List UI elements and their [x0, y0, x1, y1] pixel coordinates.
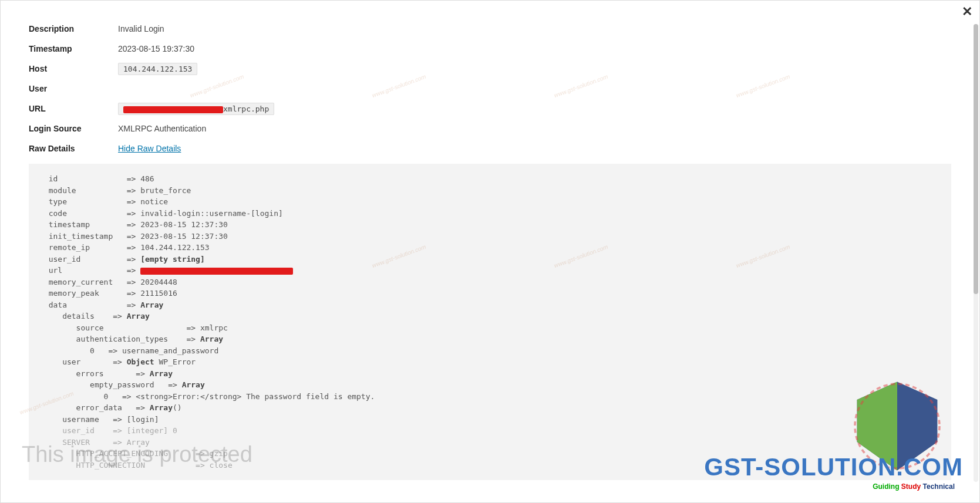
- raw-line: remote_ip => 104.244.122.153: [39, 243, 210, 252]
- row-user: User: [29, 84, 951, 93]
- row-url: URL xmlrpc.php: [29, 104, 951, 113]
- row-host: Host 104.244.122.153: [29, 64, 951, 73]
- raw-line: url =>: [39, 266, 140, 275]
- raw-line: memory_peak => 21115016: [39, 289, 177, 298]
- row-raw-details: Raw Details Hide Raw Details: [29, 144, 951, 153]
- raw-line: details =>: [39, 312, 127, 320]
- value-timestamp: 2023-08-15 19:37:30: [118, 44, 194, 53]
- redaction-bar: [140, 268, 293, 275]
- raw-kw: Array: [182, 380, 205, 389]
- raw-line: memory_current => 20204448: [39, 278, 177, 286]
- raw-kw: Object: [127, 357, 154, 366]
- raw-line: timestamp => 2023-08-15 12:37:30: [39, 220, 228, 229]
- raw-line: empty_password =>: [39, 380, 182, 389]
- raw-line: authentication_types =>: [39, 335, 200, 343]
- raw-line: errors =>: [39, 369, 150, 378]
- raw-line: WP_Error: [154, 357, 196, 366]
- label-timestamp: Timestamp: [29, 44, 118, 53]
- row-description: Description Invalid Login: [29, 24, 951, 33]
- raw-details-block: id => 486 module => brute_force type => …: [29, 164, 951, 480]
- label-user: User: [29, 84, 118, 93]
- hide-raw-details-link[interactable]: Hide Raw Details: [118, 144, 181, 153]
- raw-line: username => [login]: [39, 415, 159, 424]
- raw-line: source => xmlrpc: [39, 323, 228, 332]
- raw-line: SERVER => Array: [39, 438, 150, 447]
- close-icon[interactable]: ✕: [962, 4, 972, 19]
- raw-line: module => brute_force: [39, 186, 191, 195]
- scrollbar-track[interactable]: [974, 24, 978, 482]
- label-host: Host: [29, 64, 118, 73]
- url-suffix: xmlrpc.php: [223, 104, 269, 113]
- raw-line: user =>: [39, 357, 127, 366]
- value-description: Invalid Login: [118, 24, 164, 33]
- raw-line: user_id =>: [39, 255, 140, 264]
- raw-line: HTTP_ACCEPT_ENCODING => gzip: [39, 449, 228, 458]
- value-url: xmlrpc.php: [118, 104, 274, 113]
- raw-line: init_timestamp => 2023-08-15 12:37:30: [39, 232, 228, 241]
- raw-line: user_id => [integer] 0: [39, 426, 177, 435]
- raw-kw: Array: [140, 301, 163, 309]
- scrollbar-thumb[interactable]: [974, 24, 978, 294]
- value-login-source: XMLRPC Authentication: [118, 124, 206, 133]
- raw-empty-string: [empty string]: [140, 255, 205, 264]
- raw-line: 0 => username_and_password: [39, 346, 218, 355]
- raw-line: HTTP_CONNECTION => close: [39, 461, 233, 470]
- raw-line: code => invalid-login::username-[login]: [39, 209, 283, 218]
- raw-line: (): [173, 403, 182, 412]
- label-description: Description: [29, 24, 118, 33]
- row-timestamp: Timestamp 2023-08-15 19:37:30: [29, 44, 951, 53]
- label-url: URL: [29, 104, 118, 113]
- label-login-source: Login Source: [29, 124, 118, 133]
- redaction-bar: [123, 106, 223, 113]
- raw-line: type => notice: [39, 197, 168, 206]
- raw-line: error_data =>: [39, 403, 150, 412]
- raw-line: 0 => <strong>Error:</strong> The passwor…: [39, 392, 375, 401]
- raw-line: data =>: [39, 301, 140, 309]
- raw-kw: Array: [200, 335, 223, 343]
- raw-kw: Array: [150, 369, 173, 378]
- value-host: 104.244.122.153: [118, 63, 197, 75]
- log-detail-modal: ✕ Description Invalid Login Timestamp 20…: [0, 0, 980, 503]
- raw-line: id => 486: [39, 174, 154, 183]
- row-login-source: Login Source XMLRPC Authentication: [29, 124, 951, 133]
- label-raw-details: Raw Details: [29, 144, 118, 153]
- raw-kw: Array: [150, 403, 173, 412]
- raw-kw: Array: [127, 312, 150, 320]
- modal-content: Description Invalid Login Timestamp 2023…: [1, 1, 979, 502]
